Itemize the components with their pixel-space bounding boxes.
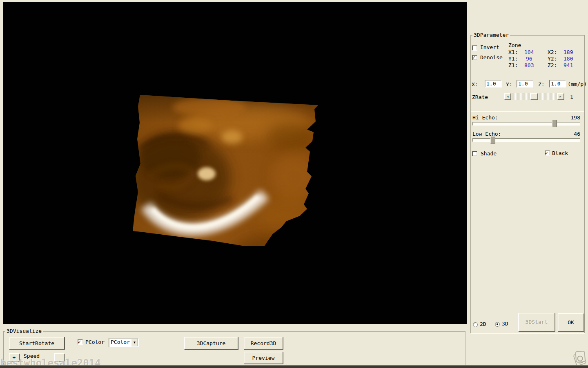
low-echo-label: Low Echo: (472, 131, 501, 137)
scale-z-input[interactable] (549, 80, 566, 88)
scale-z-label: Z: (538, 81, 545, 88)
hi-echo-value: 198 (564, 114, 580, 121)
zone-y2-label: Y2: (548, 56, 557, 62)
black-checkbox[interactable] (545, 150, 550, 156)
zone-z2-value: 941 (564, 62, 573, 68)
low-echo-value: 46 (564, 131, 580, 137)
hi-echo-label: Hi Echo: (472, 114, 498, 121)
zone-z2-label: Z2: (548, 62, 557, 68)
parameter-group-title: 3DParameter (472, 32, 510, 38)
3dcapture-button[interactable]: 3DCapture (184, 337, 238, 350)
zone-y1-label: Y1: (508, 56, 518, 62)
invert-checkbox[interactable] (472, 45, 477, 51)
zone-x1-label: X1: (508, 49, 518, 55)
low-echo-slider-thumb[interactable] (490, 136, 495, 144)
hi-echo-slider-thumb[interactable] (552, 120, 557, 127)
zrate-scroll-right-icon[interactable]: ► (557, 93, 564, 100)
shade-checkbox[interactable] (472, 151, 477, 156)
ultrasound-3d-render[interactable] (3, 2, 467, 324)
preview-button[interactable]: Preview (244, 352, 283, 364)
mode-2d-label: 2D (480, 321, 486, 327)
zone-x2-value: 189 (564, 49, 573, 55)
3dstart-button[interactable]: 3DStart (518, 313, 555, 331)
zrate-scrollbar[interactable]: ◄ ► (504, 93, 564, 100)
zone-z1-label: Z1: (508, 62, 518, 68)
bottom-strip (0, 365, 588, 368)
scale-y-label: Y: (506, 81, 512, 88)
parameter-groupbox: 3DParameter Invert Denoise Zone X1: 104 … (470, 35, 585, 333)
zone-x2-label: X2: (548, 49, 557, 55)
scale-x-label: X: (472, 81, 478, 88)
visualize-group-title: 3DVisualize (5, 328, 43, 334)
zone-x1-value: 104 (524, 49, 534, 55)
zone-title: Zone (508, 42, 521, 48)
zone-y1-value: 96 (526, 56, 532, 62)
zrate-value: 1 (570, 94, 573, 100)
scale-y-input[interactable] (517, 80, 533, 88)
zone-z1-value: 803 (524, 62, 534, 68)
zrate-scroll-left-icon[interactable]: ◄ (504, 93, 511, 100)
denoise-label: Denoise (480, 54, 503, 61)
hi-echo-slider-track[interactable] (472, 122, 580, 126)
denoise-checkbox[interactable] (472, 55, 477, 60)
pcolor-dropdown-arrow-icon[interactable]: ▼ (131, 339, 138, 346)
zone-y2-value: 180 (564, 56, 573, 62)
zrate-label: ZRate (472, 94, 488, 100)
invert-label: Invert (480, 44, 499, 50)
mode-3d-label: 3D (502, 321, 508, 327)
scale-unit-label: (mm/p) (568, 81, 587, 87)
ok-button[interactable]: OK (558, 313, 584, 331)
viewport-3d[interactable] (3, 2, 467, 324)
scale-x-input[interactable] (485, 80, 502, 88)
shade-label: Shade (481, 150, 497, 157)
pcolor-dropdown[interactable]: PColor ▼ (109, 338, 139, 347)
black-label: Black (552, 150, 568, 156)
record3d-button[interactable]: Record3D (244, 337, 283, 349)
mode-2d-radio[interactable] (473, 322, 478, 327)
low-echo-slider-track[interactable] (472, 138, 580, 142)
mode-3d-radio[interactable] (495, 322, 500, 327)
zrate-scroll-thumb[interactable] (530, 93, 538, 100)
start-rotate-button[interactable]: StartRotate (9, 337, 65, 349)
pcolor-checkbox-label: PColor (85, 339, 105, 345)
pcolor-checkbox[interactable] (78, 339, 83, 345)
watermark-stamp-icon (572, 351, 588, 367)
separator-line (471, 111, 584, 112)
pcolor-dropdown-value: PColor (111, 339, 130, 345)
